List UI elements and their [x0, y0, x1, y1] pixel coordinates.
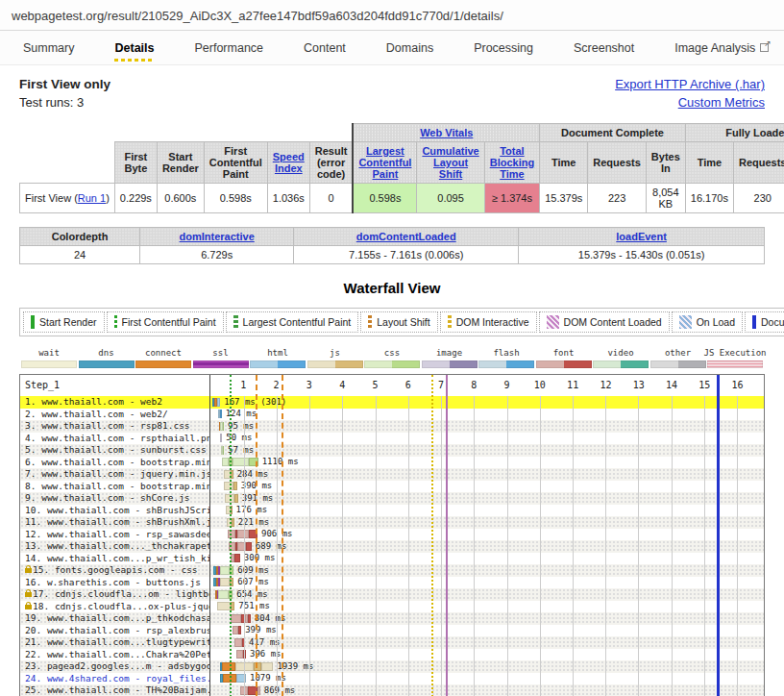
request-label[interactable]: 20. www.thaiall.com - rsp_alexbrush.ttf	[20, 625, 210, 637]
metrics-header-loadevent[interactable]: loadEvent	[519, 228, 765, 246]
request-row[interactable]: 15. fonts.googleapis.com - css609 ms	[20, 564, 764, 577]
bar-segment-orange	[222, 662, 235, 671]
request-row[interactable]: 12. www.thaiall.com - rsp_sawasdee.ttf90…	[20, 529, 764, 541]
metrics-table: ColordepthdomInteractivedomContentLoaded…	[19, 227, 765, 264]
tab-processing[interactable]: Processing	[472, 32, 535, 64]
request-bar: 300 ms	[231, 554, 276, 562]
request-row[interactable]: 5. www.thaiall.com - sunburst.css57 ms	[20, 444, 764, 457]
request-row[interactable]: 7. www.thaiall.com - jquery.min.js284 ms	[20, 468, 764, 481]
column-header-link[interactable]: Total Blocking Time	[490, 145, 534, 180]
request-label[interactable]: 13. www.thaiall.com..._thchakrapetch.ttf	[20, 540, 210, 553]
metrics-header-dominteractive[interactable]: domInteractive	[140, 228, 294, 246]
request-label[interactable]: 22. www.thaiall.com...Chakra%20Petch.ttf	[20, 649, 210, 661]
request-label[interactable]: 7. www.thaiall.com - jquery.min.js	[20, 468, 210, 481]
request-row[interactable]: 14. www.thaiall.com...p_wr_tish_kid2.ttf…	[20, 553, 764, 565]
request-row[interactable]: 20. www.thaiall.com - rsp_alexbrush.ttf3…	[20, 625, 764, 637]
request-row[interactable]: 6. www.thaiall.com - bootstrap.min.css11…	[20, 457, 764, 469]
request-label[interactable]: 8. www.thaiall.com - bootstrap.min.js	[20, 481, 210, 493]
request-row[interactable]: 17. cdnjs.cloudfla...om - lightbox.css65…	[20, 588, 764, 601]
column-header-link[interactable]: Largest Contentful Paint	[358, 145, 411, 180]
tab-performance[interactable]: Performance	[192, 32, 265, 64]
request-label[interactable]: 21. www.thaiall.com...tlugtypewriter.ttf	[20, 636, 210, 649]
group-header-link[interactable]: Web Vitals	[420, 127, 473, 138]
metrics-header-link[interactable]: domInteractive	[180, 231, 255, 242]
request-label[interactable]: 12. www.thaiall.com - rsp_sawasdee.ttf	[20, 529, 210, 541]
request-label[interactable]: 19. www.thaiall.com...p_thkodchasal2.ttf	[20, 612, 210, 625]
request-label[interactable]: 23. pagead2.googles...m - adsbygoogle.js	[20, 660, 210, 673]
request-label[interactable]: 1. www.thaiall.com - web2	[20, 396, 210, 409]
legend-label: First Contentful Paint	[122, 316, 216, 328]
request-row[interactable]: 11. www.thaiall.com - shBrushXml.js221 m…	[20, 516, 764, 529]
request-label[interactable]: 24. www.4shared.com - royal_files.html	[20, 673, 210, 685]
request-row[interactable]: 25. www.thaiall.com - TH%20Baijam.ttf869…	[20, 684, 764, 696]
column-header-largest-contentful-paint[interactable]: Largest Contentful Paint	[353, 142, 416, 184]
column-header-link[interactable]: Speed Index	[273, 151, 305, 174]
request-label[interactable]: 15. fonts.googleapis.com - css	[20, 564, 210, 577]
axis-tick: 8	[471, 380, 477, 390]
address-bar[interactable]: webpagetest.org/result/210529_AiDc3X_a27…	[0, 0, 784, 31]
mime-label: JS Execution	[703, 348, 766, 358]
tab-details[interactable]: Details	[112, 32, 156, 64]
column-header-link[interactable]: Cumulative Layout Shift	[422, 145, 478, 180]
request-label[interactable]: 14. www.thaiall.com...p_wr_tish_kid2.ttf	[20, 553, 210, 565]
request-row[interactable]: 13. www.thaiall.com..._thchakrapetch.ttf…	[20, 540, 764, 553]
metrics-header-domcontentloaded[interactable]: domContentLoaded	[294, 228, 519, 246]
request-row[interactable]: 21. www.thaiall.com...tlugtypewriter.ttf…	[20, 636, 764, 649]
request-row[interactable]: 8. www.thaiall.com - bootstrap.min.js390…	[20, 481, 764, 493]
request-label[interactable]: 5. www.thaiall.com - sunburst.css	[20, 444, 210, 457]
column-header-cumulative-layout-shift[interactable]: Cumulative Layout Shift	[417, 142, 484, 184]
request-bar: 57 ms	[221, 446, 254, 455]
request-row[interactable]: 18. cdnjs.cloudfla...ox-plus-jquery.js75…	[20, 601, 764, 613]
custom-metrics-link[interactable]: Custom Metrics	[615, 95, 765, 110]
metrics-header-link[interactable]: loadEvent	[616, 231, 667, 242]
group-header-spacer	[20, 124, 354, 142]
request-bar: 1110 ms	[222, 458, 299, 466]
tab-summary[interactable]: Summary	[21, 32, 76, 64]
axis-tick: 16	[732, 380, 744, 390]
bar-segment-red	[238, 626, 241, 634]
bar-segment-lfont	[233, 626, 239, 634]
request-row[interactable]: 16. w.sharethis.com - buttons.js607 ms	[20, 577, 764, 589]
request-row[interactable]: 1. www.thaiall.com - web2167 ms (301)	[20, 396, 764, 409]
request-label[interactable]: 9. www.thaiall.com - shCore.js	[20, 492, 210, 505]
mime-label: html	[267, 348, 288, 358]
request-label[interactable]: 6. www.thaiall.com - bootstrap.min.css	[20, 457, 210, 469]
request-label[interactable]: 4. www.thaiall.com - rspthaiall.png	[20, 433, 210, 445]
request-label[interactable]: 17. cdnjs.cloudfla...om - lightbox.css	[20, 588, 210, 601]
column-header-speed-index[interactable]: Speed Index	[267, 142, 309, 184]
group-header-web-vitals[interactable]: Web Vitals	[353, 124, 539, 142]
tab-image-analysis[interactable]: Image Analysis	[673, 32, 771, 64]
tab-domains[interactable]: Domains	[384, 32, 435, 64]
request-row[interactable]: 3. www.thaiall.com - rsp81.css95 ms	[20, 420, 764, 433]
tab-screenshot[interactable]: Screenshot	[572, 32, 636, 64]
request-row[interactable]: 19. www.thaiall.com...p_thkodchasal2.ttf…	[20, 612, 764, 625]
export-har-link[interactable]: Export HTTP Archive (.har)	[615, 77, 765, 91]
request-row[interactable]: 4. www.thaiall.com - rspthaiall.png50 ms	[20, 433, 764, 445]
request-row[interactable]: 22. www.thaiall.com...Chakra%20Petch.ttf…	[20, 649, 764, 661]
request-label[interactable]: 11. www.thaiall.com - shBrushXml.js	[20, 516, 210, 529]
request-row[interactable]: 23. pagead2.googles...m - adsbygoogle.js…	[20, 660, 764, 673]
request-row[interactable]: 9. www.thaiall.com - shCore.js391 ms	[20, 492, 764, 505]
request-bar: 221 ms	[227, 518, 269, 527]
mime-swatch	[21, 360, 77, 368]
request-label[interactable]: 18. cdnjs.cloudfla...ox-plus-jquery.js	[20, 601, 210, 613]
request-label[interactable]: 2. www.thaiall.com - web2/	[20, 409, 210, 421]
request-label[interactable]: 16. w.sharethis.com - buttons.js	[20, 577, 210, 589]
request-label[interactable]: 3. www.thaiall.com - rsp81.css	[20, 420, 210, 433]
request-row[interactable]: 2. www.thaiall.com - web2/124 ms	[20, 409, 764, 421]
metrics-header-link[interactable]: domContentLoaded	[356, 231, 456, 242]
request-row[interactable]: 24. www.4shared.com - royal_files.html10…	[20, 673, 764, 685]
column-header-total-blocking-time[interactable]: Total Blocking Time	[484, 142, 539, 184]
run-1-link[interactable]: Run 1	[78, 192, 106, 204]
legend-item-dom-content-loaded: DOM Content Loaded	[539, 311, 670, 333]
request-row[interactable]: 10. www.thaiall.com - shBrushJScript.js1…	[20, 505, 764, 517]
mime-swatch	[422, 360, 478, 368]
request-label[interactable]: 25. www.thaiall.com - TH%20Baijam.ttf	[20, 684, 210, 696]
tab-content[interactable]: Content	[302, 32, 348, 64]
request-timing-label: 124 ms	[226, 410, 257, 418]
export-links: Export HTTP Archive (.har) Custom Metric…	[615, 77, 765, 113]
request-timing-label: 396 ms	[250, 650, 282, 659]
request-label[interactable]: 10. www.thaiall.com - shBrushJScript.js	[20, 505, 210, 517]
bar-segment-lgreen	[218, 590, 229, 599]
mime-label: js	[330, 348, 340, 358]
